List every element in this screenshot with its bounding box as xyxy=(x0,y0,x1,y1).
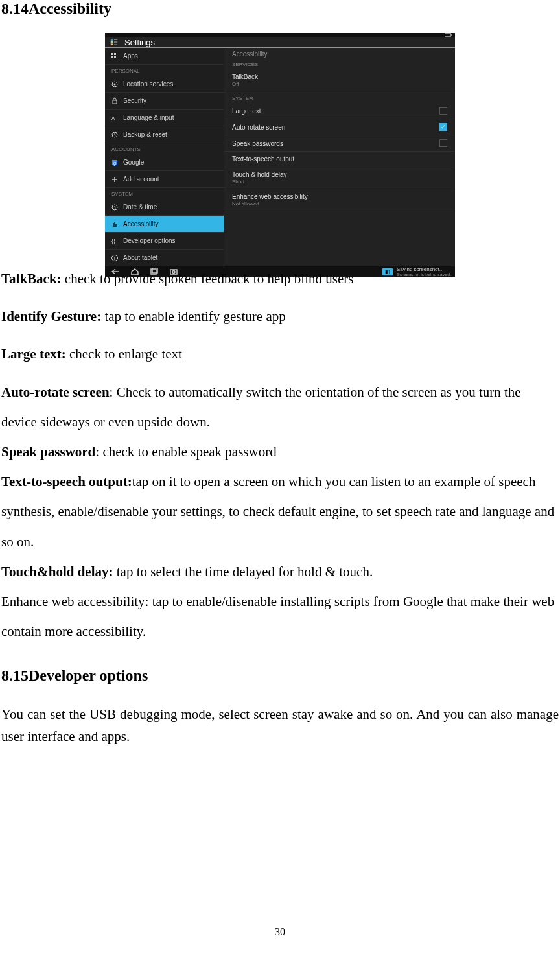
svg-point-8 xyxy=(114,83,116,85)
heading-developer-options: 8.15Developer options xyxy=(1,667,559,684)
cat-accounts: ACCOUNTS xyxy=(105,143,224,154)
sidebar-label: Date & time xyxy=(123,204,157,211)
def-speak-label: Speak password xyxy=(1,444,95,460)
def-touch-label: Touch&hold delay: xyxy=(1,564,117,579)
sidebar-item-add-account[interactable]: Add account xyxy=(105,171,224,188)
page-number: 30 xyxy=(0,926,560,938)
sidebar-item-language[interactable]: A Language & input xyxy=(105,110,224,126)
right-label: Enhance web accessibility xyxy=(232,193,308,200)
sidebar-item-security[interactable]: Security xyxy=(105,93,224,110)
right-sublabel: Off xyxy=(232,81,258,87)
android-screenshot: Settings Apps PERSONAL Location services… xyxy=(105,33,455,246)
apps-icon xyxy=(110,52,119,61)
screenshot-thumb-icon: ◧ xyxy=(382,268,393,275)
def-identify-label: Identify Gesture: xyxy=(1,309,104,324)
right-item-tts[interactable]: Text-to-speech output xyxy=(224,152,455,167)
right-item-touch-hold[interactable]: Touch & hold delay Short xyxy=(224,167,455,189)
sidebar-label: Add account xyxy=(123,176,159,183)
checkbox-unchecked[interactable] xyxy=(439,139,447,147)
def-large-text: Large text: check to enlarge text xyxy=(1,339,559,369)
def-tts-label: Text-to-speech output: xyxy=(1,474,132,489)
sidebar-label: Location services xyxy=(123,80,173,87)
backup-icon xyxy=(110,130,119,139)
svg-rect-2 xyxy=(111,43,113,45)
language-icon: A xyxy=(110,113,119,122)
hand-icon xyxy=(110,220,119,229)
right-pane: Accessibility SERVICES TalkBack Off SYST… xyxy=(224,48,455,266)
sidebar-label: Developer options xyxy=(123,237,176,244)
right-label: TalkBack xyxy=(232,73,258,80)
right-cat-services: SERVICES xyxy=(224,58,455,69)
def-speak-text: : check to enable speak password xyxy=(95,444,276,460)
sidebar-item-developer[interactable]: {} Developer options xyxy=(105,233,224,250)
clock-icon xyxy=(110,203,119,212)
def-large-text-body: check to enlarge text xyxy=(69,346,182,362)
sidebar-label: Apps xyxy=(123,52,138,60)
settings-title: Settings xyxy=(124,38,155,47)
right-pane-title: Accessibility xyxy=(224,48,455,58)
braces-icon: {} xyxy=(110,237,119,246)
svg-rect-4 xyxy=(114,53,116,55)
def-large-label: Large text: xyxy=(1,346,69,362)
info-icon: i xyxy=(110,253,119,262)
right-item-large-text[interactable]: Large text xyxy=(224,103,455,119)
right-sublabel: Not allowed xyxy=(232,201,308,207)
def-tts: Text-to-speech output:tap on it to open … xyxy=(1,467,559,557)
checkbox-checked[interactable] xyxy=(439,123,447,131)
def-identify: Identify Gesture: tap to enable identify… xyxy=(1,301,559,331)
svg-text:i: i xyxy=(114,256,115,261)
right-item-talkback[interactable]: TalkBack Off xyxy=(224,69,455,91)
sidebar-label: Backup & reset xyxy=(123,131,167,138)
svg-rect-6 xyxy=(114,56,116,58)
sidebar-item-backup[interactable]: Backup & reset xyxy=(105,126,224,143)
plus-icon xyxy=(110,175,119,184)
cat-personal: PERSONAL xyxy=(105,65,224,76)
right-item-speak-passwords[interactable]: Speak passwords xyxy=(224,135,455,152)
toast-line1: Saving screenshot... xyxy=(397,266,451,272)
screenshot-container: Settings Apps PERSONAL Location services… xyxy=(1,33,559,246)
sidebar-label: Security xyxy=(123,97,146,104)
svg-rect-0 xyxy=(111,39,113,40)
right-label: Large text xyxy=(232,108,261,115)
def-speak-password: Speak password: check to enable speak pa… xyxy=(1,437,559,467)
svg-text:A: A xyxy=(111,115,115,121)
checkbox-unchecked[interactable] xyxy=(439,107,447,115)
right-label: Touch & hold delay xyxy=(232,171,287,178)
def-talkback-label: TalkBack: xyxy=(1,271,65,286)
location-icon xyxy=(110,80,119,89)
sidebar-item-datetime[interactable]: Date & time xyxy=(105,199,224,216)
google-icon: g xyxy=(110,158,119,167)
battery-icon xyxy=(445,33,451,37)
right-item-autorotate[interactable]: Auto-rotate screen xyxy=(224,119,455,135)
def-autorotate-label: Auto-rotate screen xyxy=(1,384,110,400)
svg-rect-9 xyxy=(113,100,117,104)
right-label: Speak passwords xyxy=(232,140,283,147)
settings-title-bar: Settings xyxy=(105,37,455,48)
sidebar-item-accessibility[interactable]: Accessibility xyxy=(105,216,224,233)
sidebar-item-location[interactable]: Location services xyxy=(105,76,224,93)
def-talkback-text: check to provide spoken feedback to help… xyxy=(65,271,354,286)
sidebar-label: Google xyxy=(123,159,144,166)
def-autorotate: Auto-rotate screen: Check to automatical… xyxy=(1,377,559,437)
sidebar-label: Accessibility xyxy=(123,220,158,227)
developer-options-para: You can set the USB debugging mode, sele… xyxy=(1,704,559,747)
sidebar-label: About tablet xyxy=(123,254,158,261)
sidebar-item-google[interactable]: g Google xyxy=(105,154,224,171)
svg-rect-3 xyxy=(111,53,113,55)
toast-line2: Screenshot is being saved. xyxy=(397,272,451,277)
right-cat-system: SYSTEM xyxy=(224,91,455,103)
right-label: Auto-rotate screen xyxy=(232,124,285,131)
sidebar-item-apps[interactable]: Apps xyxy=(105,48,224,65)
lock-icon xyxy=(110,97,119,106)
settings-icon xyxy=(109,37,119,47)
right-item-enhance-web[interactable]: Enhance web accessibility Not allowed xyxy=(224,189,455,211)
cat-system: SYSTEM xyxy=(105,188,224,199)
def-enhance-text: Enhance web accessibility: tap to enable… xyxy=(1,594,554,639)
def-talkback: TalkBack: check to provide spoken feedba… xyxy=(1,264,559,294)
def-identify-text: tap to enable identify gesture app xyxy=(104,309,285,324)
right-label: Text-to-speech output xyxy=(232,156,294,163)
def-enhance-web: Enhance web accessibility: tap to enable… xyxy=(1,587,559,646)
svg-text:{}: {} xyxy=(111,238,115,244)
left-pane: Apps PERSONAL Location services Security… xyxy=(105,48,224,266)
sidebar-label: Language & input xyxy=(123,114,174,121)
